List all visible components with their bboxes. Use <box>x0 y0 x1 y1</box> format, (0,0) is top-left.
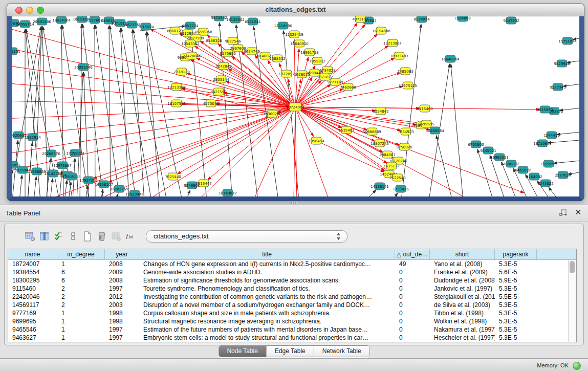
graph-node[interactable]: 4170041 <box>203 100 219 107</box>
graph-node[interactable]: 8134074 <box>413 16 430 23</box>
split-pane-grip[interactable] <box>291 202 297 204</box>
graph-node[interactable]: 18107554 <box>167 100 186 107</box>
scrollbar-thumb[interactable] <box>570 261 575 273</box>
citation-graph[interactable]: 1872400776063021405571420691406186143041… <box>12 16 579 196</box>
graph-node[interactable]: 1164902 <box>526 173 542 180</box>
graph-node[interactable]: 20691406 <box>33 18 51 25</box>
graph-node[interactable]: 16640910 <box>290 40 309 47</box>
graph-node[interactable]: 1599293 <box>540 160 556 167</box>
delete-column-icon[interactable] <box>97 231 107 242</box>
graph-node[interactable]: 9227343 <box>550 83 565 91</box>
graph-node[interactable]: 9827546 <box>225 37 241 45</box>
table-row[interactable]: 1938455462009Genome-wide association stu… <box>8 268 576 276</box>
graph-node[interactable]: 7625440 <box>165 173 181 180</box>
import-table-icon[interactable] <box>111 231 121 242</box>
graph-node[interactable]: 16961758 <box>300 49 319 56</box>
graph-node[interactable]: 1592914 <box>25 134 41 141</box>
graph-node[interactable]: 7485063 <box>397 68 413 75</box>
graph-node[interactable]: 11325419 <box>285 31 303 38</box>
graph-node[interactable]: 2051301 <box>12 48 20 55</box>
table-source-select[interactable]: citations_edges.txt <box>146 230 347 243</box>
graph-node[interactable]: 10973493 <box>390 52 408 59</box>
column-visibility-icon[interactable] <box>39 231 50 242</box>
column-header-year[interactable]: year <box>105 249 139 259</box>
window-titlebar[interactable]: citations_edges.txt <box>7 4 584 16</box>
graph-node[interactable]: 17359924 <box>66 149 84 157</box>
function-builder-icon[interactable]: f (x) <box>125 231 136 242</box>
graph-node[interactable]: 9245021 <box>480 147 496 154</box>
graph-node[interactable]: 10688609 <box>363 128 381 135</box>
graph-node[interactable]: 7955812 <box>309 57 325 64</box>
graph-node[interactable]: 9115460 <box>417 105 432 112</box>
selection-checkmarks-icon[interactable] <box>54 231 64 242</box>
svg-text:1592914: 1592914 <box>25 136 41 140</box>
tab-node-table[interactable]: Node Table <box>219 346 267 357</box>
graph-node[interactable]: 10975887 <box>53 162 72 169</box>
memory-ok-indicator[interactable] <box>573 362 581 370</box>
graph-nodes[interactable]: 1872400776063021405571420691406186143041… <box>12 16 577 196</box>
table-options-icon[interactable] <box>25 231 35 242</box>
graph-node[interactable]: 7462660 <box>340 83 356 91</box>
graph-node[interactable]: 7957224 <box>182 22 199 29</box>
table-row[interactable]: 2242004622012Investigating the contribut… <box>8 293 576 301</box>
column-header-in_degree[interactable]: in_degree <box>57 249 105 259</box>
graph-node[interactable]: 16648784 <box>441 55 460 62</box>
graph-node[interactable]: 9245022 <box>537 180 553 187</box>
graph-node[interactable]: 9247902 <box>503 17 519 24</box>
graph-node[interactable]: 18300295 <box>263 110 281 117</box>
graph-node[interactable]: 9129946 <box>554 60 570 67</box>
tab-network-table[interactable]: Network Table <box>314 346 369 357</box>
column-header-name[interactable]: name <box>8 249 57 259</box>
network-canvas[interactable]: 1872400776063021405571420691406186143041… <box>12 16 579 196</box>
graph-node[interactable]: 15751074 <box>558 37 577 45</box>
table-vertical-scrollbar[interactable] <box>568 260 576 342</box>
graph-node[interactable]: 14136141 <box>371 183 389 190</box>
graph-node[interactable]: 1696812 <box>503 160 519 167</box>
graph-node[interactable]: 12213967 <box>383 39 402 47</box>
graph-node[interactable]: 1584898 <box>454 16 470 21</box>
graph-node[interactable]: 2803144 <box>213 76 229 83</box>
graph-node[interactable]: 1322057 <box>278 70 294 77</box>
column-header-title[interactable]: title <box>139 249 395 259</box>
graph-node[interactable]: 9461072 <box>515 166 531 173</box>
graph-node[interactable]: 20206576 <box>42 150 60 157</box>
column-header-pagerank[interactable]: pagerank <box>495 249 537 259</box>
graph-node[interactable]: 1244419 <box>543 132 559 139</box>
graph-node[interactable]: 16154808 <box>372 27 390 34</box>
float-panel-icon[interactable] <box>559 209 568 217</box>
graph-node[interactable]: 16210643 <box>533 140 552 147</box>
close-panel-icon[interactable]: ✕ <box>575 208 581 217</box>
graph-node[interactable]: 12923445 <box>125 190 144 196</box>
row-height-icon[interactable] <box>68 231 78 242</box>
table-row[interactable]: 1830029562008Estimation of significance … <box>8 276 576 285</box>
graph-node[interactable]: 9572342 <box>211 16 227 21</box>
table-row[interactable]: 969969511998Structural magnetic resonanc… <box>8 317 576 325</box>
graph-node[interactable]: 9154842 <box>373 107 388 115</box>
graph-node[interactable]: 1733426 <box>393 185 409 192</box>
graph-node[interactable]: 7654923 <box>398 128 413 135</box>
graph-node[interactable]: 12218506 <box>274 22 292 29</box>
tab-edge-table[interactable]: Edge Table <box>267 346 314 357</box>
graph-node[interactable]: 6791900 <box>468 141 484 148</box>
table-row[interactable]: 977716911998Corpus callosum shape and si… <box>8 309 576 317</box>
graph-node[interactable]: 16749072 <box>219 189 237 196</box>
new-column-icon[interactable] <box>82 231 93 242</box>
graph-node[interactable]: 16409554 <box>426 127 444 134</box>
graph-node[interactable]: 18614304 <box>52 16 71 24</box>
graph-node[interactable]: 2177034 <box>555 171 571 179</box>
column-header-out_de[interactable]: △ out_de… <box>395 249 430 259</box>
table-row[interactable]: 1456911722003Disruption of a novel membe… <box>8 301 576 309</box>
graph-node[interactable]: 8186328 <box>206 37 222 44</box>
column-header-short[interactable]: short <box>430 249 495 259</box>
table-row[interactable]: 911546021997Tourette syndrome. Phenomeno… <box>8 285 576 293</box>
network-view-window[interactable]: citations_edges.txt 18724007760630214055… <box>7 4 584 201</box>
graph-node[interactable]: 8121241 <box>245 18 260 25</box>
table-row[interactable]: 946554611997Estimation of the future num… <box>8 325 576 334</box>
graph-node[interactable]: 16963331 <box>490 154 509 161</box>
graph-node[interactable]: 20053346 <box>74 63 93 71</box>
graph-node[interactable]: 12213389 <box>167 83 186 91</box>
table-row[interactable]: 946362711997Embryonic stem cells: a mode… <box>8 334 576 342</box>
graph-node[interactable]: 9756928 <box>396 143 412 150</box>
graph-node[interactable]: 18134042 <box>226 16 245 23</box>
table-row[interactable]: 1872400712008Changes of HCN gene express… <box>8 260 576 268</box>
